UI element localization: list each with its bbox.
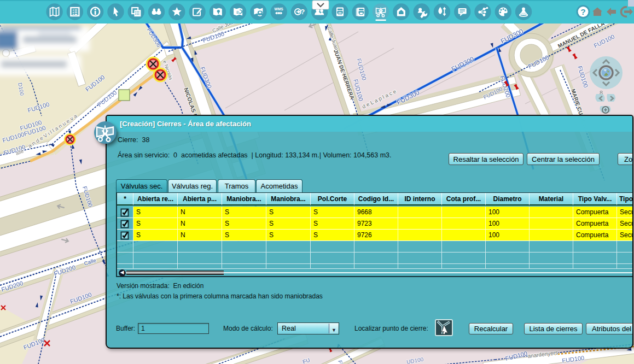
svg-text:?: ? xyxy=(300,8,305,16)
svg-text:?: ? xyxy=(580,7,585,16)
svg-text:8: 8 xyxy=(236,10,239,15)
svg-text:WMS: WMS xyxy=(275,7,284,11)
